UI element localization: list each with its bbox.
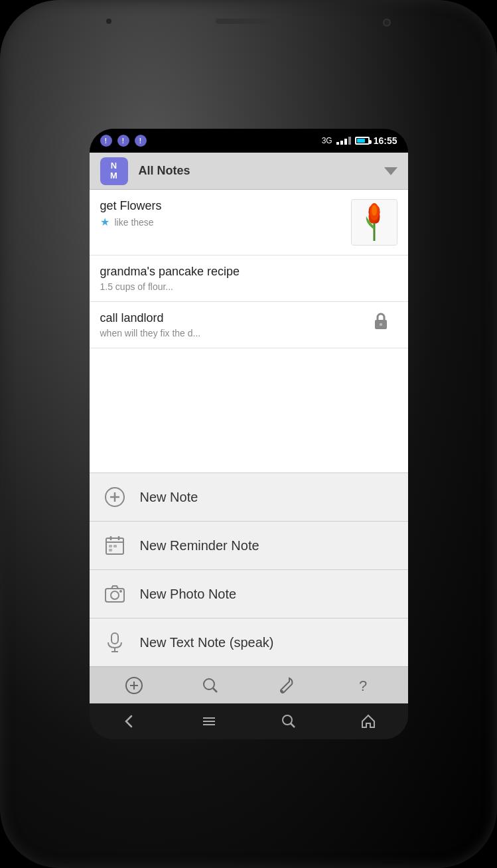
app-header: NM All Notes [90, 153, 408, 190]
note-1-title: get Flowers [100, 199, 351, 213]
new-photo-icon [103, 582, 127, 606]
menu-item-new-reminder[interactable]: New Reminder Note [90, 522, 408, 570]
overlay-menu: New Note [90, 472, 408, 666]
note-1-thumbnail [351, 199, 397, 246]
new-note-icon [103, 485, 127, 509]
svg-rect-17 [109, 549, 112, 551]
camera-front [383, 19, 391, 27]
note-item-3[interactable]: call landlord when will they fix the d..… [90, 302, 408, 348]
lock-icon [373, 311, 389, 330]
help-icon: ? [354, 676, 372, 695]
svg-rect-21 [111, 633, 118, 644]
svg-text:?: ? [359, 678, 367, 694]
star-icon: ★ [100, 216, 109, 228]
app-logo: NM [100, 157, 128, 185]
menu-item-new-note[interactable]: New Note [90, 473, 408, 522]
bar-4 [348, 137, 351, 145]
status-notifications: ! ! ! [100, 135, 147, 147]
note-3-content: call landlord when will they fix the d..… [100, 311, 364, 338]
svg-point-29 [281, 690, 283, 693]
new-speak-label: New Text Note (speak) [140, 635, 274, 650]
new-reminder-label: New Reminder Note [140, 538, 259, 553]
battery-icon [355, 137, 370, 145]
back-icon [121, 713, 137, 729]
bar-3 [344, 139, 347, 145]
help-button[interactable]: ? [346, 671, 380, 700]
note-2-content: grandma's pancake recipe 1.5 cups of flo… [100, 265, 397, 292]
signal-bars [336, 137, 351, 145]
main-screen: get Flowers ★ like these [90, 190, 408, 703]
svg-rect-7 [380, 323, 382, 326]
status-right: 3G 16:55 [322, 135, 397, 146]
calendar-icon [104, 535, 125, 556]
note-1-preview: like these [115, 217, 154, 228]
android-nav-bar [90, 703, 408, 739]
note-3-lock [364, 311, 397, 330]
tools-icon [277, 676, 296, 695]
tools-button[interactable] [270, 671, 303, 700]
svg-rect-15 [109, 545, 112, 547]
new-reminder-icon [103, 534, 127, 557]
new-speak-icon [103, 630, 127, 654]
search-button[interactable] [194, 671, 227, 700]
signal-label: 3G [322, 136, 332, 145]
phone-screen: ! ! ! 3G 16:55 NM [90, 129, 408, 739]
bar-2 [340, 141, 343, 145]
status-bar: ! ! ! 3G 16:55 [90, 129, 408, 153]
note-item-2[interactable]: grandma's pancake recipe 1.5 cups of flo… [90, 255, 408, 302]
notif-dot-2: ! [117, 135, 129, 147]
battery-fill [357, 139, 366, 143]
home-button[interactable] [348, 708, 388, 735]
search-icon [201, 676, 220, 695]
menu-icon [201, 713, 217, 729]
note-1-content: get Flowers ★ like these [100, 199, 351, 228]
menu-button[interactable] [189, 708, 229, 735]
svg-rect-16 [113, 545, 117, 547]
svg-point-27 [204, 679, 214, 689]
phone-device: ! ! ! 3G 16:55 NM [0, 0, 497, 868]
svg-point-19 [111, 591, 119, 599]
back-button[interactable] [109, 708, 149, 735]
note-2-preview: 1.5 cups of flour... [100, 281, 174, 292]
svg-point-5 [372, 205, 377, 216]
notif-dot-3: ! [135, 135, 147, 147]
note-3-meta: when will they fix the d... [100, 328, 364, 338]
note-3-preview: when will they fix the d... [100, 328, 201, 338]
home-icon [360, 713, 376, 729]
header-title: All Notes [139, 164, 384, 178]
search-nav-button[interactable] [269, 708, 309, 735]
bottom-action-bar: ? [90, 666, 408, 703]
header-dropdown-arrow[interactable] [384, 167, 397, 175]
svg-point-34 [283, 715, 292, 725]
add-icon [125, 676, 143, 695]
plus-circle-icon [104, 486, 125, 508]
tulip-image [352, 200, 397, 245]
app-logo-text: NM [110, 161, 117, 181]
microphone-icon [104, 632, 125, 653]
new-note-label: New Note [140, 490, 198, 505]
camera-indicator [106, 19, 111, 24]
menu-item-new-speak[interactable]: New Text Note (speak) [90, 618, 408, 666]
note-2-meta: 1.5 cups of flour... [100, 281, 397, 292]
bar-1 [336, 142, 339, 145]
note-item-1[interactable]: get Flowers ★ like these [90, 190, 408, 255]
svg-point-20 [119, 590, 122, 593]
clock: 16:55 [374, 135, 397, 146]
note-1-meta: ★ like these [100, 216, 351, 228]
notif-dot-1: ! [100, 135, 112, 147]
note-2-title: grandma's pancake recipe [100, 265, 397, 279]
note-3-title: call landlord [100, 311, 364, 325]
camera-icon [104, 583, 125, 605]
svg-line-28 [213, 688, 217, 692]
new-photo-label: New Photo Note [140, 587, 237, 602]
menu-item-new-photo[interactable]: New Photo Note [90, 570, 408, 618]
speaker-grill [216, 19, 282, 24]
add-button[interactable] [117, 671, 151, 700]
svg-line-35 [291, 723, 295, 727]
notes-list: get Flowers ★ like these [90, 190, 408, 472]
search-nav-icon [281, 713, 297, 729]
